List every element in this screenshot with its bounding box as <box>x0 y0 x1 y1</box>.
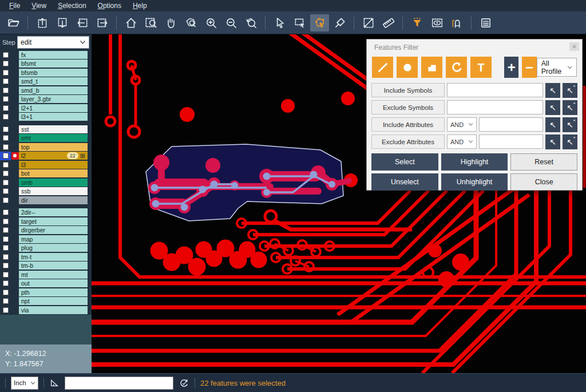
move-right-icon[interactable] <box>93 14 112 31</box>
unit-select[interactable]: Inch <box>11 377 38 390</box>
menu-file[interactable]: File <box>3 1 26 11</box>
layer-visibility-checkbox[interactable] <box>0 104 11 113</box>
layer-visibility-checkbox[interactable] <box>0 142 11 152</box>
select-rectangle-icon[interactable] <box>290 14 309 31</box>
measure-line-icon[interactable] <box>359 14 378 31</box>
layer-row-plug[interactable]: plug <box>0 244 92 253</box>
layer-row-map[interactable]: map <box>0 235 92 244</box>
layer-row-l3[interactable]: l3 <box>0 160 92 169</box>
exclude-symbols-input[interactable] <box>447 100 543 114</box>
layer-row-ssb[interactable]: ssb <box>0 187 92 196</box>
pick-symbols-button[interactable]: ↖ <box>545 83 560 98</box>
refresh-icon[interactable] <box>179 378 189 389</box>
line-shape-icon[interactable] <box>372 57 393 78</box>
remove-filter-button[interactable]: − <box>522 57 536 78</box>
features-filter-icon[interactable] <box>407 14 426 31</box>
pick-attributes-button[interactable]: ↖ <box>545 117 560 132</box>
layer-row-bot[interactable]: bot <box>0 169 92 179</box>
layer-row-dirgerber[interactable]: dirgerber <box>0 226 92 235</box>
profile-select[interactable]: All Profile <box>537 58 577 77</box>
layer-row-l2+1[interactable]: l2+1 <box>0 104 92 113</box>
layer-row-pth[interactable]: pth <box>0 288 92 297</box>
layer-row-npt[interactable]: npt <box>0 297 92 306</box>
layer-visibility-checkbox[interactable] <box>0 134 11 143</box>
layer-visibility-checkbox[interactable] <box>0 113 11 122</box>
pad-shape-icon[interactable] <box>397 57 418 78</box>
corner-ruler-icon[interactable] <box>49 378 60 388</box>
layer-row-dir[interactable]: dir <box>0 196 92 205</box>
layer-visibility-checkbox[interactable] <box>0 262 11 271</box>
exclude-attributes-button[interactable]: Exclude Attributes <box>371 134 445 149</box>
layer-visibility-checkbox[interactable] <box>0 68 11 77</box>
exclude-attributes-operator[interactable]: AND <box>447 134 477 149</box>
layer-row-mt[interactable]: mt <box>0 270 92 279</box>
layer-visibility-checkbox[interactable] <box>0 288 11 297</box>
layer-visibility-checkbox[interactable] <box>0 226 11 235</box>
select-pointer-icon[interactable] <box>270 14 289 31</box>
layer-row-out[interactable]: out <box>0 279 92 288</box>
reset-button[interactable]: Reset <box>510 153 577 171</box>
layer-visibility-checkbox[interactable] <box>0 77 11 86</box>
layer-visibility-checkbox[interactable] <box>0 244 11 253</box>
add-filter-button[interactable]: + <box>504 57 518 78</box>
layer-visibility-checkbox[interactable] <box>0 187 11 196</box>
zoom-in-icon[interactable] <box>201 14 220 31</box>
exclude-attributes-input[interactable] <box>479 134 543 149</box>
pick-attributes-button[interactable]: ↖ <box>545 134 560 149</box>
layer-row-tm-t[interactable]: tm-t <box>0 252 92 262</box>
layer-visibility-checkbox[interactable] <box>0 196 11 205</box>
menu-selection[interactable]: Selection <box>52 1 92 11</box>
snap-magnet-icon[interactable] <box>448 14 466 31</box>
layer-row-smd_t[interactable]: smd_t <box>0 77 92 86</box>
layer-row-target[interactable]: target <box>0 217 92 226</box>
layer-visibility-checkbox[interactable] <box>0 152 11 161</box>
step-select[interactable]: edit <box>17 36 89 49</box>
pick-add-attributes-button[interactable]: ↖+ <box>563 117 577 132</box>
layer-row-fx[interactable]: fx <box>0 50 92 60</box>
select-polygon-icon[interactable] <box>310 14 329 31</box>
close-icon[interactable]: ✕ <box>569 42 579 51</box>
move-left-icon[interactable] <box>73 14 92 31</box>
layer-visibility-checkbox[interactable] <box>0 279 11 288</box>
clear-brush-icon[interactable] <box>330 14 349 31</box>
select-button[interactable]: Select <box>371 153 438 171</box>
pick-add-symbols-button[interactable]: ↖+ <box>563 83 577 98</box>
menu-view[interactable]: View <box>26 1 52 11</box>
layer-visibility-checkbox[interactable] <box>0 306 11 315</box>
home-icon[interactable] <box>121 14 140 31</box>
menu-options[interactable]: Options <box>92 1 127 11</box>
layer-visibility-checkbox[interactable] <box>0 297 11 306</box>
layer-visibility-checkbox[interactable] <box>0 169 11 179</box>
highlight-button[interactable]: Highlight <box>441 153 508 171</box>
pick-add-symbols-button[interactable]: ↖+ <box>563 100 577 115</box>
layer-visibility-checkbox[interactable] <box>0 217 11 226</box>
close-button[interactable]: Close <box>510 173 577 191</box>
layer-visibility-checkbox[interactable] <box>0 252 11 262</box>
layer-row-via[interactable]: via <box>0 306 92 315</box>
include-attributes-input[interactable] <box>479 117 543 132</box>
include-symbols-input[interactable] <box>447 83 543 97</box>
exclude-symbols-button[interactable]: Exclude Symbols <box>371 100 445 114</box>
layer-visibility-checkbox[interactable] <box>0 125 11 134</box>
layer-visibility-checkbox[interactable] <box>0 270 11 279</box>
arc-shape-icon[interactable] <box>446 57 467 78</box>
move-down-icon[interactable] <box>53 14 72 31</box>
layer-row-smb[interactable]: smb <box>0 178 92 187</box>
layer-visibility-checkbox[interactable] <box>0 178 11 187</box>
move-up-icon[interactable] <box>33 14 52 31</box>
unselect-button[interactable]: Unselect <box>371 173 438 191</box>
active-layer-indicator[interactable] <box>11 152 19 161</box>
layer-row-tm-b[interactable]: tm-b <box>0 262 92 271</box>
include-attributes-button[interactable]: Include Attributes <box>371 117 445 132</box>
pick-symbols-button[interactable]: ↖ <box>545 100 560 115</box>
zoom-out-icon[interactable] <box>221 14 240 31</box>
layer-visibility-checkbox[interactable] <box>0 160 11 169</box>
view-box-icon[interactable] <box>427 14 446 31</box>
zoom-previous-icon[interactable] <box>241 14 260 31</box>
text-shape-icon[interactable]: T <box>470 57 492 78</box>
layer-visibility-checkbox[interactable] <box>0 60 11 69</box>
ruler-icon[interactable] <box>379 14 398 31</box>
layer-row-sst[interactable]: sst <box>0 125 92 134</box>
layer-row-bfsmb[interactable]: bfsmb <box>0 68 92 77</box>
include-attributes-operator[interactable]: AND <box>447 117 477 132</box>
